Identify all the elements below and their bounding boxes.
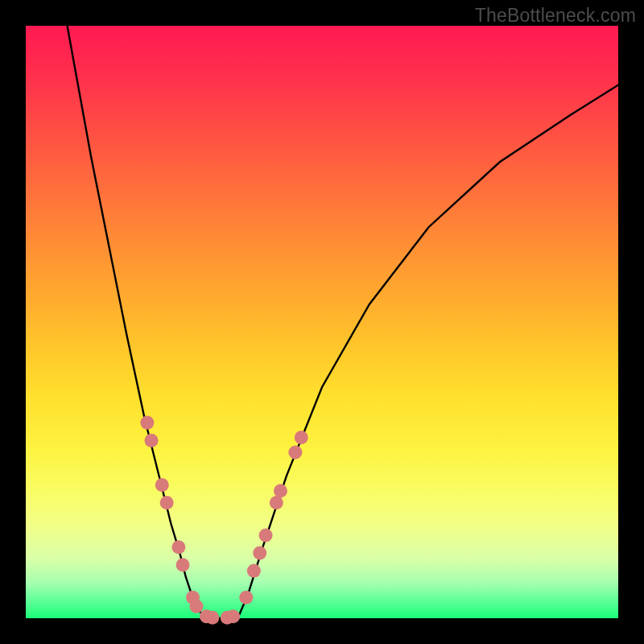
data-marker <box>259 528 273 542</box>
chart-frame: TheBottleneck.com <box>0 0 644 644</box>
data-marker <box>189 600 203 613</box>
data-marker <box>274 484 287 497</box>
data-marker <box>140 416 154 430</box>
data-marker <box>239 591 253 605</box>
data-marker <box>288 445 302 459</box>
data-marker <box>176 558 190 572</box>
data-marker <box>205 611 219 625</box>
plot-area <box>26 26 618 618</box>
data-marker <box>295 431 308 444</box>
curve-svg <box>26 26 618 618</box>
data-marker <box>160 496 174 510</box>
data-marker <box>270 496 283 510</box>
data-marker <box>145 434 159 448</box>
data-marker <box>155 478 169 492</box>
data-marker <box>171 540 185 554</box>
data-marker <box>247 564 261 578</box>
bottleneck-curve <box>68 26 618 618</box>
watermark-text: TheBottleneck.com <box>475 5 636 27</box>
data-marker <box>253 547 266 560</box>
markers-group <box>140 416 308 625</box>
data-marker <box>226 609 240 623</box>
